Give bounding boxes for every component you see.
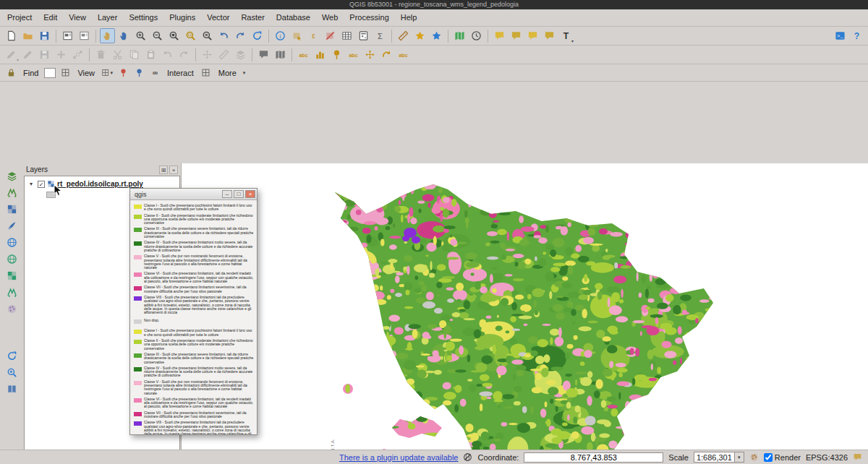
place-marker-2-button[interactable] [132, 66, 145, 80]
add-feature-button[interactable] [54, 47, 69, 62]
add-wfs-layer-button[interactable] [4, 252, 20, 267]
copy-features-button[interactable] [127, 47, 142, 62]
move-label-button[interactable] [362, 47, 378, 62]
dialog-minimize-button[interactable]: – [222, 190, 232, 198]
paste-features-button[interactable] [143, 47, 158, 62]
link-views-button[interactable] [148, 66, 161, 80]
move-feature-button[interactable] [200, 47, 215, 62]
zoom-to-layer-button[interactable] [200, 28, 215, 43]
measure-line-button[interactable] [396, 28, 411, 43]
menu-view[interactable]: View [63, 9, 92, 26]
panel-dock-button[interactable]: ⊞ [159, 166, 168, 174]
plugin-update-link[interactable]: There is a plugin update available [339, 453, 459, 462]
plugin-refresh-button[interactable] [4, 348, 20, 364]
layer-labeling-button[interactable] [296, 47, 311, 62]
tree-expander-icon[interactable]: ▾ [30, 181, 35, 187]
layout-manager-button[interactable] [77, 28, 92, 43]
scale-combo[interactable]: 1:686,301 ▾ [694, 452, 744, 463]
field-calculator-button[interactable] [356, 28, 371, 43]
pin-labels-button[interactable] [329, 47, 344, 62]
layer-name[interactable]: rt_pedol.idsoilcap.rt.poly [57, 180, 143, 188]
map-canvas[interactable] [182, 163, 868, 464]
current-edits-button[interactable]: ▾ [4, 47, 19, 62]
menu-web[interactable]: Web [316, 9, 344, 26]
pan-map-button[interactable] [100, 28, 115, 43]
highlight-pinned-labels-button[interactable] [346, 47, 361, 62]
html-annotation-button[interactable] [525, 28, 540, 43]
new-3d-map-button[interactable] [273, 47, 288, 62]
cut-features-button[interactable] [110, 47, 125, 62]
zoom-last-button[interactable] [216, 28, 231, 43]
rotate-label-button[interactable] [379, 47, 394, 62]
lock-button[interactable] [4, 66, 17, 80]
menu-plugins[interactable]: Plugins [163, 9, 201, 26]
metasearch-button[interactable] [4, 365, 20, 380]
dialog-maximize-button[interactable]: □ [234, 190, 244, 198]
data-source-manager-button[interactable] [4, 168, 20, 184]
menu-project[interactable]: Project [1, 9, 38, 26]
identify-features-button[interactable] [273, 28, 288, 43]
menu-help[interactable]: Help [395, 9, 423, 26]
layer-visibility-checkbox[interactable]: ✓ [38, 181, 45, 188]
new-project-button[interactable] [4, 28, 19, 43]
add-virtual-layer-button[interactable] [4, 285, 20, 300]
pan-to-selection-button[interactable] [116, 28, 132, 43]
select-features-button[interactable] [289, 28, 305, 43]
view-options-button[interactable]: ▾ [101, 66, 114, 80]
menu-layer[interactable]: Layer [92, 9, 124, 26]
open-project-button[interactable] [20, 28, 35, 43]
vertex-tool-button[interactable] [70, 47, 85, 62]
redo-button[interactable] [176, 47, 192, 62]
messages-icon[interactable] [853, 452, 862, 462]
new-spatial-bookmark-button[interactable] [412, 28, 427, 43]
render-toggle[interactable]: Render [764, 453, 801, 462]
menu-raster[interactable]: Raster [235, 9, 270, 26]
save-layer-edits-button[interactable] [37, 47, 52, 62]
open-attribute-table-button[interactable] [339, 28, 354, 43]
interact-options-button[interactable] [200, 66, 213, 80]
zoom-next-button[interactable] [233, 28, 248, 43]
menu-processing[interactable]: Processing [344, 9, 394, 26]
find-input[interactable] [44, 68, 56, 78]
refresh-map-button[interactable] [250, 28, 265, 43]
dropdown-arrow-icon[interactable]: ▾ [734, 452, 744, 462]
menu-edit[interactable]: Edit [38, 9, 63, 26]
text-annotation-button[interactable] [492, 28, 507, 43]
palette-icon[interactable] [749, 452, 759, 462]
zoom-full-button[interactable] [166, 28, 182, 43]
legend-dialog-titlebar[interactable]: qgis – □ × [130, 189, 257, 200]
save-project-button[interactable] [37, 28, 52, 43]
help-button[interactable] [849, 28, 864, 43]
add-raster-layer-button[interactable] [4, 202, 20, 217]
panel-close-button[interactable]: × [169, 166, 178, 174]
map-tips-button[interactable] [256, 47, 271, 62]
toggle-editing-button[interactable] [20, 47, 35, 62]
split-features-button[interactable] [216, 47, 231, 62]
zoom-in-button[interactable] [133, 28, 148, 43]
show-spatial-bookmarks-button[interactable] [429, 28, 444, 43]
annotation-text-tool-button[interactable]: ▾ [558, 28, 574, 43]
svg-annotation-button[interactable] [542, 28, 557, 43]
help-resources-button[interactable] [4, 382, 20, 397]
temporal-controller-button[interactable] [469, 28, 484, 43]
delete-selected-button[interactable] [93, 47, 109, 62]
menu-vector[interactable]: Vector [201, 9, 235, 26]
python-console-button[interactable] [833, 28, 848, 43]
zoom-to-selection-button[interactable] [183, 28, 198, 43]
form-annotation-button[interactable] [509, 28, 524, 43]
layer-diagram-button[interactable] [312, 47, 328, 62]
undo-button[interactable] [160, 47, 175, 62]
select-by-expression-button[interactable] [306, 28, 321, 43]
statistical-summary-button[interactable] [373, 28, 388, 43]
render-checkbox[interactable] [764, 453, 773, 462]
new-shapefile-layer-button[interactable] [4, 218, 20, 233]
crs-indicator[interactable]: EPSG:4326 [806, 453, 848, 462]
add-wms-layer-button[interactable] [4, 235, 20, 250]
menu-database[interactable]: Database [271, 9, 316, 26]
add-wcs-layer-button[interactable] [4, 268, 20, 283]
add-vector-layer-button[interactable] [4, 185, 20, 200]
new-print-layout-button[interactable] [60, 28, 75, 43]
style-panel-button[interactable] [4, 301, 20, 317]
new-map-view-button[interactable] [452, 28, 467, 43]
place-marker-button[interactable] [116, 66, 129, 80]
